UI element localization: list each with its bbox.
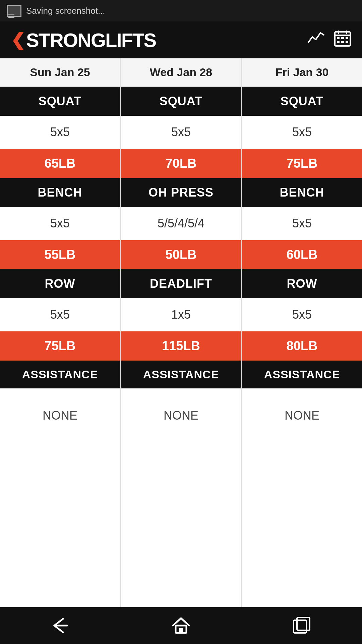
day-header-2[interactable]: Fri Jan 30 bbox=[242, 58, 362, 86]
status-text: Saving screenshot... bbox=[26, 6, 105, 16]
exercise-name-1-1[interactable]: OH PRESS bbox=[121, 178, 241, 207]
workout-col-1: SQUAT 5x5 70LB OH PRESS 5/5/4/5/4 50LB D… bbox=[121, 87, 242, 607]
exercise-weight-1-0[interactable]: 70LB bbox=[121, 149, 241, 178]
svg-rect-6 bbox=[346, 37, 348, 39]
app-logo: ❮ STRONGLIFTS bbox=[11, 29, 156, 51]
calendar-icon[interactable] bbox=[334, 30, 351, 50]
back-button[interactable] bbox=[47, 614, 74, 637]
svg-rect-7 bbox=[337, 41, 340, 43]
workout-col-0: SQUAT 5x5 65LB BENCH 5x5 55LB ROW 5x5 75… bbox=[0, 87, 121, 607]
exercise-weight-0-2[interactable]: 75LB bbox=[0, 331, 120, 361]
header-icons bbox=[307, 30, 351, 50]
svg-rect-12 bbox=[294, 620, 306, 633]
assistance-label-2[interactable]: ASSISTANCE bbox=[242, 361, 362, 388]
svg-rect-8 bbox=[341, 41, 344, 43]
exercise-sets-0-2: 5x5 bbox=[0, 298, 120, 331]
exercise-weight-2-2[interactable]: 80LB bbox=[242, 331, 362, 361]
svg-rect-9 bbox=[346, 41, 348, 43]
day-header-0[interactable]: Sun Jan 25 bbox=[0, 58, 121, 86]
exercise-sets-0-0: 5x5 bbox=[0, 116, 120, 149]
exercise-name-1-0[interactable]: SQUAT bbox=[121, 87, 241, 116]
svg-rect-5 bbox=[341, 37, 344, 39]
screenshot-icon bbox=[7, 5, 21, 17]
exercise-name-2-2[interactable]: ROW bbox=[242, 269, 362, 298]
exercise-name-2-0[interactable]: SQUAT bbox=[242, 87, 362, 116]
exercise-name-1-2[interactable]: DEADLIFT bbox=[121, 269, 241, 298]
exercise-name-2-1[interactable]: BENCH bbox=[242, 178, 362, 207]
exercise-sets-2-1: 5x5 bbox=[242, 207, 362, 240]
exercise-sets-0-1: 5x5 bbox=[0, 207, 120, 240]
exercise-weight-1-2[interactable]: 115LB bbox=[121, 331, 241, 361]
exercise-sets-1-0: 5x5 bbox=[121, 116, 241, 149]
exercise-weight-2-1[interactable]: 60LB bbox=[242, 240, 362, 269]
day-header-row: Sun Jan 25 Wed Jan 28 Fri Jan 30 bbox=[0, 58, 362, 87]
logo-chevron: ❮ bbox=[11, 30, 25, 50]
assistance-label-0[interactable]: ASSISTANCE bbox=[0, 361, 120, 388]
home-button[interactable] bbox=[168, 614, 194, 637]
status-bar: Saving screenshot... bbox=[0, 0, 362, 21]
workout-col-2: SQUAT 5x5 75LB BENCH 5x5 60LB ROW 5x5 80… bbox=[242, 87, 362, 607]
svg-rect-11 bbox=[179, 628, 183, 633]
exercise-sets-1-1: 5/5/4/5/4 bbox=[121, 207, 241, 240]
exercise-weight-0-1[interactable]: 55LB bbox=[0, 240, 120, 269]
recent-button[interactable] bbox=[288, 614, 315, 637]
exercise-sets-2-2: 5x5 bbox=[242, 298, 362, 331]
day-header-1[interactable]: Wed Jan 28 bbox=[121, 58, 242, 86]
exercise-weight-2-0[interactable]: 75LB bbox=[242, 149, 362, 178]
svg-rect-13 bbox=[297, 618, 310, 630]
workout-grid: SQUAT 5x5 65LB BENCH 5x5 55LB ROW 5x5 75… bbox=[0, 87, 362, 607]
exercise-name-0-2[interactable]: ROW bbox=[0, 269, 120, 298]
assistance-value-1: NONE bbox=[121, 388, 241, 607]
chart-icon[interactable] bbox=[307, 30, 324, 50]
exercise-sets-1-2: 1x5 bbox=[121, 298, 241, 331]
assistance-value-0: NONE bbox=[0, 388, 120, 607]
exercise-weight-0-0[interactable]: 65LB bbox=[0, 149, 120, 178]
assistance-label-1[interactable]: ASSISTANCE bbox=[121, 361, 241, 388]
exercise-weight-1-1[interactable]: 50LB bbox=[121, 240, 241, 269]
svg-rect-4 bbox=[337, 37, 340, 39]
nav-bar bbox=[0, 607, 362, 644]
logo-text: STRONGLIFTS bbox=[26, 29, 156, 51]
assistance-value-2: NONE bbox=[242, 388, 362, 607]
exercise-sets-2-0: 5x5 bbox=[242, 116, 362, 149]
exercise-name-0-1[interactable]: BENCH bbox=[0, 178, 120, 207]
app-header: ❮ STRONGLIFTS bbox=[0, 21, 362, 58]
exercise-name-0-0[interactable]: SQUAT bbox=[0, 87, 120, 116]
